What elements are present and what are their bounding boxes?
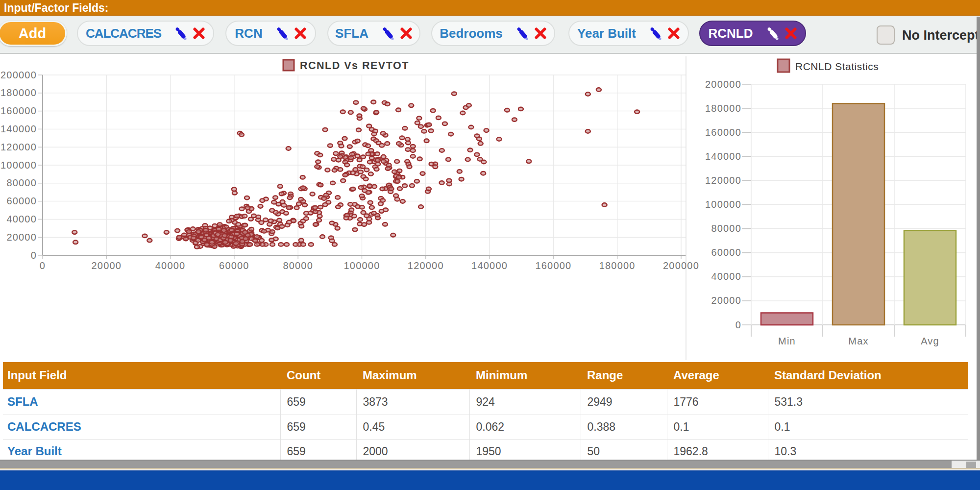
svg-text:0: 0 [31,250,37,261]
svg-text:0: 0 [40,260,46,271]
svg-text:20000: 20000 [91,260,122,271]
svg-text:100000: 100000 [705,199,741,210]
svg-text:180000: 180000 [599,260,636,271]
svg-text:200000: 200000 [663,260,699,271]
svg-text:180000: 180000 [705,103,741,114]
svg-text:60000: 60000 [6,196,37,206]
svg-text:120000: 120000 [408,260,444,271]
svg-text:100000: 100000 [0,160,37,171]
svg-text:200000: 200000 [705,79,741,90]
svg-text:140000: 140000 [705,151,741,162]
svg-text:RCNLD Statistics: RCNLD Statistics [795,61,879,72]
svg-text:40000: 40000 [711,271,741,282]
svg-text:Max: Max [848,336,868,346]
svg-text:Avg: Avg [921,336,939,346]
svg-text:200000: 200000 [0,70,37,80]
svg-text:180000: 180000 [0,87,37,98]
svg-text:0: 0 [735,319,741,330]
svg-text:Min: Min [778,336,796,346]
svg-text:100000: 100000 [344,260,380,271]
svg-text:160000: 160000 [705,127,741,138]
svg-text:20000: 20000 [711,295,741,306]
svg-text:120000: 120000 [705,175,741,186]
svg-text:RCNLD Vs REVTOT: RCNLD Vs REVTOT [300,60,409,72]
svg-text:60000: 60000 [711,247,741,258]
svg-text:40000: 40000 [6,214,37,224]
svg-text:40000: 40000 [155,260,186,271]
svg-text:120000: 120000 [0,142,37,152]
svg-text:80000: 80000 [283,260,313,271]
svg-text:160000: 160000 [535,260,571,271]
svg-text:60000: 60000 [219,260,249,271]
svg-text:20000: 20000 [6,232,37,243]
svg-text:140000: 140000 [0,123,37,134]
svg-text:160000: 160000 [0,105,37,116]
svg-text:80000: 80000 [6,177,37,188]
svg-text:80000: 80000 [711,223,741,234]
svg-text:140000: 140000 [471,260,508,271]
